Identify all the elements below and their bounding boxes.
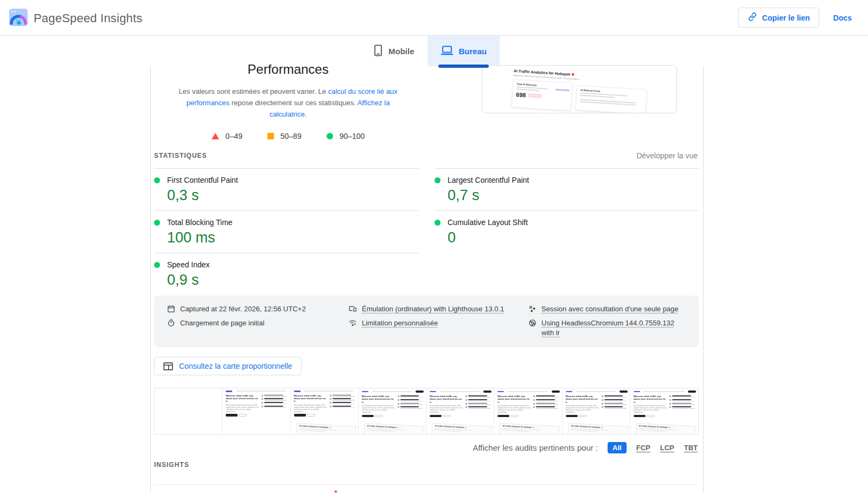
metric-name: Total Blocking Time bbox=[167, 218, 233, 227]
device-tabs: Mobile Bureau bbox=[360, 36, 500, 66]
frame-headline: Measure what LLMs say about your brand a… bbox=[226, 394, 259, 403]
metric-value: 0 bbox=[448, 229, 699, 246]
page-title: PageSpeed Insights bbox=[34, 11, 143, 25]
treemap-button[interactable]: Consultez la carte proportionnelle bbox=[154, 357, 302, 375]
chromium-icon bbox=[528, 319, 537, 327]
audit-filter: Afficher les audits pertinents pour : Al… bbox=[473, 442, 698, 453]
page-load-text: Chargement de page initial bbox=[180, 318, 264, 328]
frame-headline: Measure what LLMs say about your brand a… bbox=[634, 395, 667, 404]
filmstrip-frame: Measure what LLMs say about your brand a… bbox=[494, 388, 562, 434]
docs-link[interactable]: Docs bbox=[833, 14, 852, 22]
throttling-item[interactable]: Limitation personnalisée bbox=[348, 318, 526, 328]
capture-info-bar: Captured at 22 févr. 2026, 12:56 UTC+2 C… bbox=[154, 296, 699, 347]
report-card: Performances Les valeurs sont estimées e… bbox=[150, 66, 704, 493]
filter-link-lcp[interactable]: LCP bbox=[660, 444, 674, 452]
metric-value: 100 ms bbox=[167, 229, 418, 246]
metric-si: Speed Index 0,9 s bbox=[154, 253, 418, 295]
frame-paragraph: See how AI represents your brand, which … bbox=[566, 405, 599, 413]
performance-description: Les valeurs sont estimées et peuvent var… bbox=[174, 86, 402, 120]
pass-circle-icon bbox=[435, 220, 441, 226]
frame-paragraph: See how AI represents your brand, which … bbox=[497, 405, 531, 413]
session-item[interactable]: Session avec consultation d'une seule pa… bbox=[528, 304, 691, 314]
filmstrip-frame: Measure what LLMs say about your brand a… bbox=[222, 388, 290, 434]
frame-paragraph: See how AI represents your brand, which … bbox=[226, 404, 259, 413]
laptop-icon bbox=[441, 45, 454, 57]
tab-mobile-label: Mobile bbox=[388, 47, 414, 56]
filter-chip-all[interactable]: All bbox=[608, 442, 627, 453]
filmstrip-frame: Measure what LLMs say about your brand a… bbox=[359, 388, 426, 434]
emulation-text: Émulation (ordinateur) with Lighthouse 1… bbox=[362, 304, 504, 314]
statistics-section-label: STATISTIQUES bbox=[154, 152, 207, 159]
link-icon bbox=[748, 12, 757, 23]
preview-referrals-card: Total AI Referrals 698 bbox=[512, 79, 573, 111]
legend-pass: 90–100 bbox=[327, 132, 365, 140]
metric-name: Largest Contentful Paint bbox=[448, 176, 529, 184]
metric-lcp: Largest Contentful Paint 0,7 s bbox=[435, 168, 699, 210]
frame-headline: Measure what LLMs say about your brand a… bbox=[497, 395, 531, 404]
performance-summary: Performances Les valeurs sont estimées e… bbox=[169, 62, 407, 140]
filmstrip-frame: Measure what LLMs say about your brand a… bbox=[291, 388, 359, 434]
filter-link-fcp[interactable]: FCP bbox=[636, 444, 650, 452]
app-brand[interactable]: PageSpeed Insights bbox=[9, 8, 143, 29]
preview-trend-card: AI Referral Trend bbox=[576, 85, 648, 113]
metric-name: Cumulative Layout Shift bbox=[448, 218, 528, 227]
cited-badge bbox=[528, 94, 541, 98]
legend-average-range: 50–89 bbox=[280, 132, 302, 140]
metric-fcp: First Contentful Paint 0,3 s bbox=[154, 168, 418, 210]
filmstrip-frame: Measure what LLMs say about your brand a… bbox=[426, 388, 494, 434]
stopwatch-icon bbox=[167, 319, 175, 327]
pass-circle-icon bbox=[154, 220, 160, 226]
capture-date-item: Captured at 22 févr. 2026, 12:56 UTC+2 bbox=[167, 304, 346, 314]
emulation-item[interactable]: Émulation (ordinateur) with Lighthouse 1… bbox=[348, 304, 526, 314]
metrics-grid: First Contentful Paint 0,3 s Largest Con… bbox=[154, 168, 699, 295]
average-square-icon bbox=[267, 133, 274, 139]
pass-circle-icon bbox=[154, 262, 160, 268]
legend-average: 50–89 bbox=[267, 132, 302, 140]
browser-item[interactable]: Using HeadlessChromium 144.0.7559.132 wi… bbox=[528, 318, 687, 338]
audit-filter-label: Afficher les audits pertinents pour : bbox=[473, 443, 598, 452]
capture-date-text: Captured at 22 févr. 2026, 12:56 UTC+2 bbox=[180, 304, 306, 314]
brand-dot-icon bbox=[572, 73, 575, 76]
smartphone-icon bbox=[373, 44, 383, 58]
loading-filmstrip: Measure what LLMs say about your brand a… bbox=[154, 388, 699, 435]
expand-view-link[interactable]: Développer la vue bbox=[636, 151, 698, 160]
metric-value: 0,3 s bbox=[167, 187, 418, 204]
throttling-text: Limitation personnalisée bbox=[362, 318, 438, 328]
session-nodes-icon bbox=[528, 305, 537, 313]
pass-circle-icon bbox=[154, 177, 160, 183]
app-header: PageSpeed Insights Copier le lien Docs bbox=[0, 0, 868, 36]
filter-link-tbt[interactable]: TBT bbox=[684, 444, 698, 452]
calendar-icon bbox=[167, 305, 175, 313]
metric-value: 0,7 s bbox=[448, 187, 699, 204]
session-text: Session avec consultation d'une seule pa… bbox=[541, 304, 679, 314]
tab-desktop-label: Bureau bbox=[459, 47, 487, 56]
filmstrip-frame: Measure what LLMs say about your brand a… bbox=[563, 388, 630, 434]
filmstrip-frame: Measure what LLMs say about your brand a… bbox=[630, 388, 698, 434]
metric-tbt: Total Blocking Time 100 ms bbox=[154, 210, 418, 253]
devices-icon bbox=[348, 305, 357, 313]
fail-triangle-icon bbox=[212, 133, 219, 139]
pagespeed-logo-icon bbox=[9, 8, 28, 29]
score-legend: 0–49 50–89 90–100 bbox=[169, 132, 407, 140]
browser-text: Using HeadlessChromium 144.0.7559.132 wi… bbox=[541, 318, 687, 338]
frame-headline: Measure what LLMs say about your brand a… bbox=[430, 395, 463, 404]
copy-link-button[interactable]: Copier le lien bbox=[738, 8, 819, 28]
copy-link-label: Copier le lien bbox=[762, 14, 810, 22]
referrals-value: 698 bbox=[516, 91, 526, 98]
page-load-item: Chargement de page initial bbox=[167, 318, 346, 328]
frame-headline: Measure what LLMs say about your brand a… bbox=[362, 395, 395, 404]
page-screenshot-preview[interactable]: AI Traffic Analytics for Hubspot Explore… bbox=[482, 65, 677, 113]
tab-mobile[interactable]: Mobile bbox=[360, 36, 427, 66]
frame-paragraph: See how AI represents your brand, which … bbox=[294, 404, 328, 413]
filmstrip-frame-blank bbox=[155, 388, 222, 434]
metric-value: 0,9 s bbox=[167, 272, 418, 289]
frame-paragraph: See how AI represents your brand, which … bbox=[362, 405, 395, 413]
insight-fail-triangle-icon bbox=[334, 490, 337, 492]
metric-empty-cell bbox=[435, 253, 699, 295]
tab-desktop[interactable]: Bureau bbox=[427, 36, 500, 66]
active-tab-indicator bbox=[438, 65, 489, 68]
frame-headline: Measure what LLMs say about your brand a… bbox=[566, 395, 599, 404]
metric-name: First Contentful Paint bbox=[167, 176, 238, 184]
legend-fail-range: 0–49 bbox=[226, 132, 242, 140]
legend-pass-range: 90–100 bbox=[340, 132, 365, 140]
